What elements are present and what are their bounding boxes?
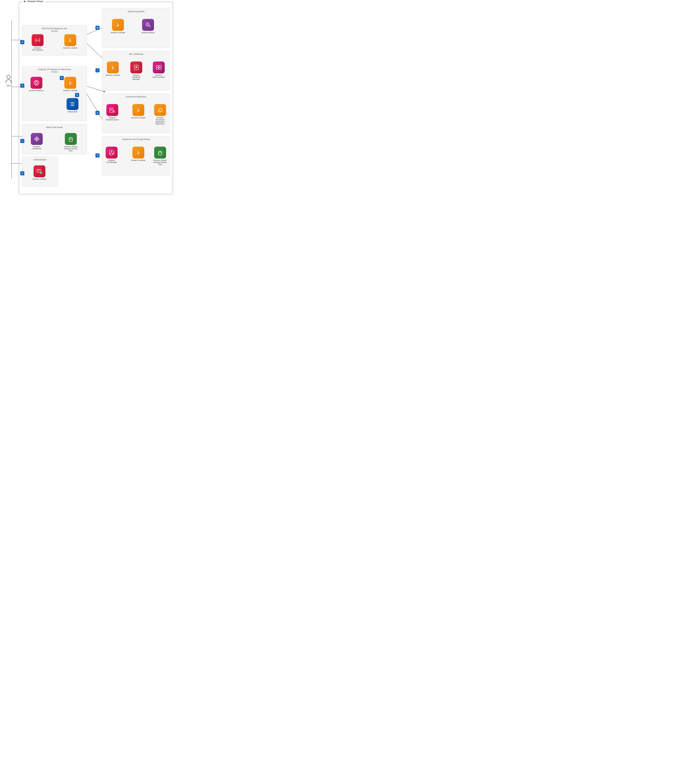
svg-point-60 [111,151,112,152]
service-lambda-graphql: λ Amazon Lambda [63,77,77,91]
service-cloudfront: Amazon CloudFront [29,133,45,149]
svg-point-28 [34,139,35,140]
lambda-ssl-svg: λ [109,64,116,71]
dynamodb-label: DynamoDB [68,111,77,113]
svg-point-14 [7,75,10,79]
module-extensions-label: Extensions Repository [102,96,170,98]
module-restful-label: RESTful API Module for APIAccess [22,27,87,32]
step-3-badge: 3 [20,84,24,88]
svg-text:λ: λ [137,108,139,113]
service-lambda-monitoring: λ Amazon Lambda [111,19,125,33]
svg-marker-59 [109,150,114,155]
step-functions-label: AmazonStep Functions [152,74,165,78]
cloudformation-label: AmazonCloudFormation [106,117,119,121]
step-4-badge: 4 [20,40,24,44]
diagram-container: User Amazon Cloud RESTful API Module for… [0,0,175,196]
service-eventbridge: AmazonEventBridge [106,147,118,163]
cert-manager-svg [133,64,140,71]
lambda-snap-icon: λ [133,147,144,159]
module-graphql: GraphQL API Module for Web PortalAccess … [22,66,87,121]
appsync-label: Amazon AppSync [29,90,44,91]
sar-icon [154,104,166,116]
svg-rect-47 [159,65,161,67]
service-lambda-ssl: λ Amazon Lambda [106,61,120,76]
cloudfront-icon [31,133,43,145]
cloudformation-svg [109,106,116,113]
dynamodb-icon [66,98,78,110]
svg-point-66 [158,151,162,153]
lambda-restful-icon: λ [64,34,76,46]
user-icon [5,75,12,83]
lambda-ssl-icon: λ [107,61,119,73]
svg-rect-49 [159,68,161,70]
module-monitoring: Monitoring Module 10 λ Amazon Lambda Am [102,8,170,48]
module-ssl: SSL Certificates 7 λ Amazon Lambda Amazo… [102,51,170,90]
cognito-svg [36,168,43,175]
cert-manager-label: AmazonCertificate Manager [129,74,144,80]
lambda-monitoring-label: Amazon Lambda [111,32,125,33]
svg-point-25 [36,136,37,138]
svg-point-26 [38,139,39,140]
step-10-badge: 10 [96,26,99,30]
s3-snap-label: Amazon SimpleStorage Service (S3) [152,159,168,165]
module-graphql-label: GraphQL API Module for Web PortalAccess [22,68,87,73]
eventbridge-label: AmazonEventBridge [106,159,117,163]
service-cert-manager: AmazonCertificate Manager [129,61,144,80]
svg-point-27 [36,141,37,141]
module-restful: RESTful API Module for APIAccess 4 </> A… [22,25,87,55]
module-auth-label: Authentication [22,159,58,161]
service-appsync: Amazon AppSync [29,77,44,91]
lambda-ext-label: Amazon Lambda [131,117,145,119]
user-figure: User [5,75,12,87]
service-api-gateway: </> AmazonAPI Gateway [31,34,43,51]
step-2-badge: 2 [20,171,24,175]
service-lambda-ext: λ Amazon Lambda [131,104,145,119]
sar-label: Amazon ServerlessApplication Repository [152,117,168,125]
module-extensions: Extensions Repository 8 AmazonCloudForma… [102,94,170,133]
service-athena: Amazon Athena [141,19,155,33]
cloudfront-svg [33,136,40,142]
cloud-icon [23,0,27,3]
s3-snap-svg [157,149,164,156]
s3-snap-icon [154,147,166,159]
lambda-monitoring-icon: λ [112,19,124,31]
lambda-restful-label: Amazon Lambda [63,47,77,49]
svg-point-22 [70,105,75,106]
svg-point-42 [147,24,148,25]
lambda-graphql-label: Amazon Lambda [63,90,77,91]
step-functions-icon [153,61,165,73]
module-snapshots: Snapshots and Change History 9 AmazonEve… [102,136,170,175]
s3-web-label: Amazon SimpleStorage Service (S3) [63,146,78,152]
svg-line-64 [112,152,113,153]
module-ssl-label: SSL Certificates [102,53,170,55]
service-lambda-snap: λ Amazon Lambda [131,147,145,161]
step-9-badge: 9 [96,153,99,158]
svg-text:λ: λ [112,65,114,70]
athena-svg [145,22,151,28]
svg-point-33 [69,137,73,139]
appsync-icon [30,77,42,89]
module-monitoring-label: Monitoring Module [102,10,170,13]
service-cognito: Amazon Cognito [33,165,46,180]
user-label: User [6,85,10,87]
lambda-ext-icon: λ [133,104,144,116]
athena-label: Amazon Athena [141,32,155,33]
service-step-functions: AmazonStep Functions [152,61,165,78]
cert-manager-icon [130,61,142,73]
dynamodb-svg [69,101,76,108]
service-s3-web: Amazon SimpleStorage Service (S3) [63,133,78,152]
svg-text:λ: λ [117,22,119,28]
lambda-snap-label: Amazon Lambda [131,159,145,161]
cloudfront-label: Amazon CloudFront [29,146,45,149]
cognito-icon [33,165,45,177]
appsync-svg [33,79,40,86]
step-1-badge: 1 [20,139,24,143]
cloudformation-icon [106,104,118,116]
s3-web-icon [65,133,77,145]
service-lambda-restful: λ Amazon Lambda [63,34,77,49]
lambda-graphql-svg: λ [67,79,74,86]
s3-web-svg [67,136,74,142]
module-webportal: Web Portal Assets 1 Amazon [22,124,87,154]
svg-line-41 [149,25,150,27]
step-8-badge: 8 [96,111,99,115]
